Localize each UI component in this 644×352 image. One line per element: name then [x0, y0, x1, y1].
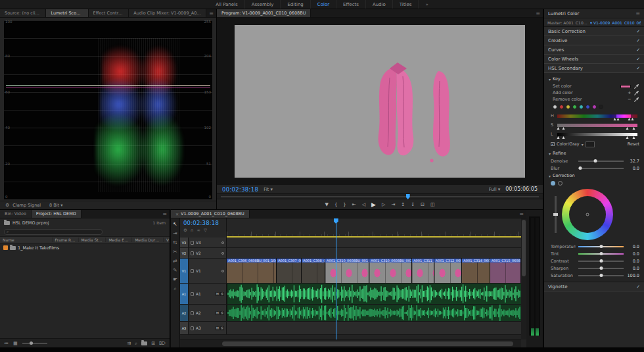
lock-icon[interactable] — [191, 251, 194, 255]
range-handle[interactable] — [562, 127, 564, 130]
tint-slider[interactable] — [578, 253, 624, 255]
list-view-button[interactable]: ≔ — [4, 341, 9, 346]
new-bin-button[interactable] — [141, 341, 147, 345]
tint-value[interactable]: 0.0 — [626, 251, 639, 257]
razor-tool[interactable]: ✂ — [173, 249, 177, 255]
chevron-down-icon[interactable]: ▾ — [582, 142, 584, 147]
reset-button[interactable]: Reset — [628, 141, 639, 147]
workspace-tab-assembly[interactable]: Assembly — [244, 0, 281, 9]
track-content-a3[interactable] — [227, 322, 521, 334]
lock-icon[interactable] — [191, 311, 194, 315]
lock-icon[interactable] — [191, 326, 194, 330]
source-patch-a3[interactable]: A3 — [180, 322, 189, 334]
section-basic-correction[interactable]: Basic Correction ✓ — [544, 27, 644, 36]
track-header-v2[interactable]: V2 — [189, 248, 227, 258]
range-handle[interactable] — [557, 127, 560, 130]
video-clip[interactable]: A001_C310_0608BU_002_1040v.mov — [369, 259, 412, 283]
current-clip-select[interactable]: ▾ V1-0009_A001_C010_060... — [590, 20, 641, 25]
single-wheel-mode-button[interactable] — [551, 181, 555, 186]
audio-clip-a2[interactable] — [227, 305, 521, 321]
step-forward-button[interactable]: ▷ — [382, 202, 385, 207]
workspace-tab-effects[interactable]: Effects — [336, 0, 365, 9]
track-content-v2[interactable] — [227, 248, 521, 258]
tab-project-hsl-demo[interactable]: Project: HSL DEMO — [32, 210, 81, 218]
lift-button[interactable]: ↥ — [401, 202, 405, 207]
preset-swatch[interactable] — [553, 105, 557, 109]
zoom-tool[interactable]: ⌕ — [173, 286, 176, 291]
workspace-tab-audio[interactable]: Audio — [365, 0, 392, 9]
workspace-tab-all-panels[interactable]: All Panels — [209, 0, 244, 9]
timeline-horizontal-scrollbar[interactable] — [180, 339, 521, 347]
eyedropper-icon[interactable] — [633, 84, 639, 89]
bit-depth-select[interactable]: 8 Bit ▾ — [49, 203, 62, 208]
section-creative[interactable]: Creative ✓ — [544, 36, 644, 45]
add-marker-icon[interactable]: ▽ — [204, 228, 207, 233]
contrast-slider[interactable] — [578, 261, 624, 262]
collapse-icon[interactable]: ▾ — [549, 174, 551, 178]
saturation-slider[interactable] — [578, 275, 624, 276]
video-clip[interactable]: A001_C308_0608BU_001.mov — [302, 259, 325, 283]
program-playhead[interactable] — [406, 194, 410, 199]
preset-swatch[interactable] — [572, 105, 577, 109]
preset-swatch[interactable] — [566, 105, 570, 109]
source-patch-v2[interactable]: V2 — [180, 248, 189, 258]
range-handle[interactable] — [633, 136, 635, 139]
track-select-tool[interactable]: ⇥ — [173, 231, 177, 236]
selection-tool[interactable]: ↖ — [173, 222, 177, 227]
audio-clip-a1[interactable] — [227, 284, 521, 304]
slip-tool[interactable]: ⇄ — [173, 259, 177, 264]
track-content-v3[interactable] — [227, 238, 521, 247]
section-vignette[interactable]: Vignette ✓ — [544, 282, 644, 291]
source-patch-a1[interactable]: A1 — [180, 284, 189, 304]
contrast-value[interactable]: 0.0 — [626, 259, 639, 264]
denoise-value[interactable]: 32.7 — [626, 159, 639, 164]
ripple-edit-tool[interactable]: ⇆ — [173, 240, 177, 245]
range-handle[interactable] — [631, 118, 633, 120]
tab-program-monitor[interactable]: Program: V1-0009_A001_C010_0608BU — [217, 9, 311, 17]
range-handle[interactable] — [562, 136, 564, 139]
range-handle[interactable] — [616, 118, 619, 120]
track-header-v1[interactable]: V1 — [189, 259, 227, 283]
play-button[interactable]: ▶ — [371, 201, 376, 208]
range-handle[interactable] — [626, 127, 629, 130]
add-eyedropper-icon[interactable] — [633, 90, 639, 96]
denoise-slider[interactable] — [578, 161, 624, 162]
timeline-settings-icon[interactable]: ⚙ — [183, 228, 187, 233]
column-media-start[interactable]: Media Start — [79, 238, 106, 242]
mute-button[interactable]: M — [216, 326, 219, 330]
program-scrub-bar[interactable] — [217, 193, 543, 199]
video-clip[interactable]: A001_C314_0608BU_001.mov — [462, 259, 490, 283]
mark-out-button[interactable]: } — [343, 202, 346, 207]
playback-resolution-select[interactable]: Full ▾ — [489, 187, 501, 192]
range-handle[interactable] — [613, 118, 616, 120]
solo-button[interactable]: S — [220, 311, 224, 315]
range-handle[interactable] — [633, 127, 635, 130]
video-clip[interactable]: A001_C307_0608BU_001.mov — [277, 259, 302, 283]
mark-in-button[interactable]: { — [334, 202, 337, 207]
track-header-a3[interactable]: A3 M S — [189, 322, 227, 334]
tab-sequence[interactable]: ✕ V1-0009_A001_C010_0608BU — [171, 210, 250, 218]
solo-button[interactable]: S — [220, 292, 224, 296]
hue-range-slider[interactable] — [557, 114, 637, 118]
range-handle[interactable] — [557, 136, 560, 139]
tab-source-monitor[interactable]: Source: (no clips) — [0, 9, 46, 17]
automate-to-sequence-button[interactable]: ⇉ — [127, 341, 131, 346]
zoom-level-select[interactable]: Fit ▾ — [264, 187, 273, 192]
sharpen-slider[interactable] — [578, 268, 624, 269]
icon-view-button[interactable]: ▦ — [13, 341, 18, 346]
column-frame-rate[interactable]: Frame Rate — [53, 238, 79, 242]
video-clip[interactable]: A001_C310_0608BU_001_1040v.mov — [325, 259, 369, 283]
saturation-value[interactable]: 100.0 — [626, 273, 639, 278]
luma-range-slider[interactable] — [557, 133, 637, 136]
section-enabled-check[interactable]: ✓ — [636, 38, 640, 43]
video-clip[interactable]: A001_C306_0608BU_001_1040v.mov — [227, 259, 277, 283]
tab-audio-clip-mixer[interactable]: Audio Clip Mixer: V1-0009_A001_C010_0608… — [129, 9, 206, 17]
panel-menu-icon[interactable]: ≡ — [533, 9, 543, 17]
lock-icon[interactable] — [191, 292, 194, 296]
tab-bin-video[interactable]: Bin: Video — [0, 210, 32, 218]
search-input[interactable]: ⌕ — [4, 229, 103, 235]
workspace-tab-titles[interactable]: Titles — [392, 0, 419, 9]
saturation-range-slider[interactable] — [557, 124, 637, 127]
track-header-v3[interactable]: V3 — [189, 238, 227, 247]
list-item[interactable]: 1_Make it Takefilms — [0, 243, 170, 252]
